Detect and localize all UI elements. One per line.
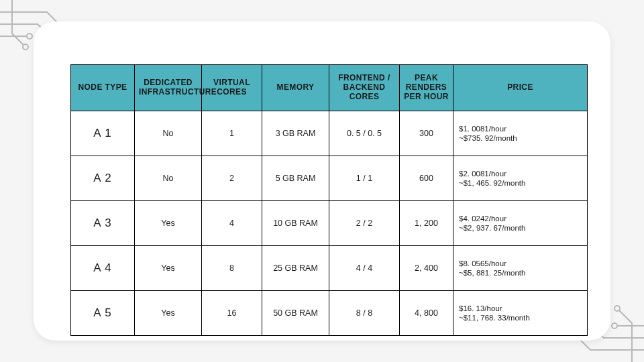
- table-header-row: NODE TYPE DEDICATED INFRASTRUCTURE VIRTU…: [71, 65, 588, 111]
- svg-point-6: [612, 323, 617, 328]
- cell-febe: 8 / 8: [329, 291, 400, 336]
- cell-price: $1. 0081/hour~$735. 92/month: [453, 111, 588, 156]
- col-dedicated: DEDICATED INFRASTRUCTURE: [135, 65, 202, 111]
- cell-febe: 0. 5 / 0. 5: [329, 111, 400, 156]
- cell-memory: 10 GB RAM: [262, 201, 329, 246]
- svg-point-7: [614, 306, 620, 311]
- cell-node-type: A 3: [71, 201, 135, 246]
- pricing-table: NODE TYPE DEDICATED INFRASTRUCTURE VIRTU…: [70, 64, 588, 336]
- table-row: A 3Yes410 GB RAM2 / 21, 200$4. 0242/hour…: [71, 201, 588, 246]
- svg-point-3: [23, 44, 28, 50]
- table-row: A 1No13 GB RAM0. 5 / 0. 5300$1. 0081/hou…: [71, 111, 588, 156]
- col-peak: PEAK RENDERS PER HOUR: [400, 65, 453, 111]
- cell-vcores: 8: [202, 246, 262, 291]
- cell-peak: 300: [400, 111, 453, 156]
- col-memory: MEMORY: [262, 65, 329, 111]
- col-febe: FRONTEND / BACKEND CORES: [329, 65, 400, 111]
- cell-vcores: 1: [202, 111, 262, 156]
- table-row: A 5Yes1650 GB RAM8 / 84, 800$16. 13/hour…: [71, 291, 588, 336]
- cell-febe: 1 / 1: [329, 156, 400, 201]
- table-row: A 2No25 GB RAM1 / 1600$2. 0081/hour~$1, …: [71, 156, 588, 201]
- table-row: A 4Yes825 GB RAM4 / 42, 400$8. 0565/hour…: [71, 246, 588, 291]
- cell-vcores: 2: [202, 156, 262, 201]
- cell-memory: 3 GB RAM: [262, 111, 329, 156]
- cell-price: $8. 0565/hour~$5, 881. 25/month: [453, 246, 588, 291]
- cell-dedicated: Yes: [135, 291, 202, 336]
- cell-memory: 5 GB RAM: [262, 156, 329, 201]
- cell-dedicated: No: [135, 111, 202, 156]
- table-body: A 1No13 GB RAM0. 5 / 0. 5300$1. 0081/hou…: [71, 111, 588, 336]
- cell-vcores: 16: [202, 291, 262, 336]
- cell-dedicated: No: [135, 156, 202, 201]
- col-node-type: NODE TYPE: [71, 65, 135, 111]
- cell-vcores: 4: [202, 201, 262, 246]
- cell-febe: 2 / 2: [329, 201, 400, 246]
- cell-node-type: A 1: [71, 111, 135, 156]
- cell-febe: 4 / 4: [329, 246, 400, 291]
- cell-price: $4. 0242/hour~$2, 937. 67/month: [453, 201, 588, 246]
- cell-node-type: A 5: [71, 291, 135, 336]
- cell-node-type: A 2: [71, 156, 135, 201]
- cell-peak: 1, 200: [400, 201, 453, 246]
- cell-memory: 25 GB RAM: [262, 246, 329, 291]
- cell-peak: 2, 400: [400, 246, 453, 291]
- cell-peak: 4, 800: [400, 291, 453, 336]
- svg-point-2: [27, 34, 32, 39]
- cell-price: $16. 13/hour~$11, 768. 33/month: [453, 291, 588, 336]
- cell-peak: 600: [400, 156, 453, 201]
- cell-dedicated: Yes: [135, 201, 202, 246]
- cell-node-type: A 4: [71, 246, 135, 291]
- cell-dedicated: Yes: [135, 246, 202, 291]
- cell-memory: 50 GB RAM: [262, 291, 329, 336]
- cell-price: $2. 0081/hour~$1, 465. 92/month: [453, 156, 588, 201]
- col-price: PRICE: [453, 65, 588, 111]
